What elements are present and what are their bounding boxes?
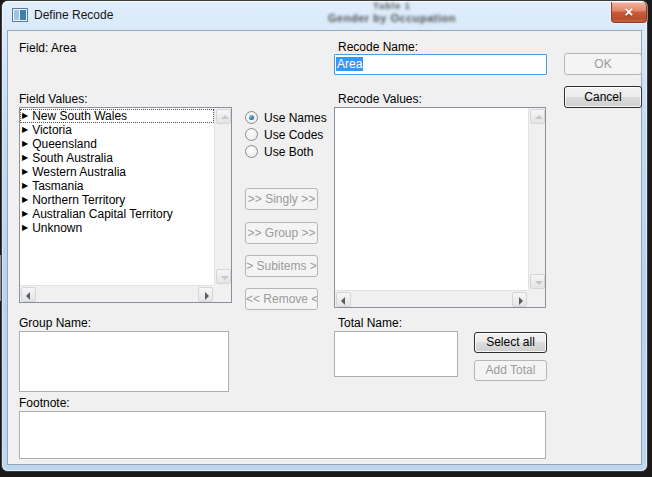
recode-name-label: Recode Name: <box>338 40 418 54</box>
scroll-right-icon[interactable] <box>512 292 527 307</box>
item-marker-icon: ▶ <box>22 109 28 123</box>
recode-name-input[interactable]: Area <box>334 54 547 75</box>
list-item[interactable]: ▶New South Wales <box>20 109 214 123</box>
group-button[interactable]: >> Group >> <box>245 222 318 244</box>
recode-values-listbox[interactable] <box>334 107 546 308</box>
define-recode-dialog: Define Recode Table 1 Gender by Occupati… <box>2 1 647 471</box>
radio-use-codes-icon[interactable] <box>245 128 258 141</box>
scroll-up-icon[interactable] <box>216 109 231 124</box>
radio-use-both-icon[interactable] <box>245 145 258 158</box>
item-marker-icon: ▶ <box>22 123 28 137</box>
scrollbar-corner <box>214 285 231 302</box>
total-name-label: Total Name: <box>338 316 402 330</box>
list-item[interactable]: ▶Victoria <box>20 123 214 137</box>
group-name-input[interactable] <box>19 331 229 392</box>
scroll-down-icon[interactable] <box>530 274 545 289</box>
group-name-label: Group Name: <box>19 316 91 330</box>
field-values-list: ▶New South Wales ▶Victoria ▶Queensland ▶… <box>20 109 214 285</box>
close-button[interactable]: × <box>611 2 647 23</box>
background-window-line2: Gender by Occupation <box>242 11 542 25</box>
singly-button[interactable]: >> Singly >> <box>245 188 318 210</box>
screen: Define Recode Table 1 Gender by Occupati… <box>0 0 652 477</box>
list-item[interactable]: ▶South Australia <box>20 151 214 165</box>
radio-use-names[interactable]: Use Names <box>245 110 327 125</box>
item-marker-icon: ▶ <box>22 221 28 235</box>
dialog-title: Define Recode <box>34 8 113 22</box>
scroll-up-icon[interactable] <box>530 109 545 124</box>
close-icon: × <box>625 3 634 20</box>
item-marker-icon: ▶ <box>22 179 28 193</box>
recode-values-list <box>335 109 528 290</box>
list-item[interactable]: ▶Australian Capital Territory <box>20 207 214 221</box>
list-item[interactable]: ▶Western Australia <box>20 165 214 179</box>
app-icon <box>12 8 28 22</box>
select-all-button[interactable]: Select all <box>474 332 547 353</box>
item-marker-icon: ▶ <box>22 151 28 165</box>
background-window-line1: Table 1 <box>242 1 542 11</box>
subitems-button[interactable]: > Subitems > <box>245 255 318 277</box>
list-item[interactable]: ▶Queensland <box>20 137 214 151</box>
remove-button[interactable]: << Remove << <box>245 288 318 310</box>
field-values-label: Field Values: <box>19 92 87 106</box>
field-label: Field: Area <box>19 41 76 55</box>
radio-use-codes[interactable]: Use Codes <box>245 127 323 142</box>
recode-values-hscrollbar[interactable] <box>335 290 528 307</box>
item-marker-icon: ▶ <box>22 207 28 221</box>
scroll-left-icon[interactable] <box>336 292 351 307</box>
recode-values-vscrollbar[interactable] <box>528 108 545 290</box>
footnote-input[interactable] <box>19 411 546 459</box>
field-values-vscrollbar[interactable] <box>214 108 231 285</box>
dialog-titlebar[interactable]: Define Recode Table 1 Gender by Occupati… <box>2 1 647 30</box>
scrollbar-corner <box>528 290 545 307</box>
recode-values-label: Recode Values: <box>338 92 422 106</box>
list-item[interactable]: ▶Northern Territory <box>20 193 214 207</box>
recode-name-selected-text: Area <box>336 57 363 71</box>
list-item[interactable]: ▶Tasmania <box>20 179 214 193</box>
radio-use-both[interactable]: Use Both <box>245 144 313 159</box>
field-values-hscrollbar[interactable] <box>20 285 214 302</box>
scroll-right-icon[interactable] <box>198 287 213 302</box>
total-name-input[interactable] <box>334 331 458 377</box>
ok-button[interactable]: OK <box>564 53 642 75</box>
dialog-content: Field: Area Recode Name: Area OK Cancel … <box>7 30 642 465</box>
add-total-button[interactable]: Add Total <box>474 360 547 381</box>
item-marker-icon: ▶ <box>22 165 28 179</box>
scroll-down-icon[interactable] <box>216 269 231 284</box>
item-marker-icon: ▶ <box>22 193 28 207</box>
cancel-button[interactable]: Cancel <box>564 86 642 108</box>
item-marker-icon: ▶ <box>22 137 28 151</box>
list-item[interactable]: ▶Unknown <box>20 221 214 235</box>
background-window-title: Table 1 Gender by Occupation <box>242 1 542 25</box>
scroll-left-icon[interactable] <box>21 287 36 302</box>
footnote-label: Footnote: <box>19 396 70 410</box>
field-values-listbox[interactable]: ▶New South Wales ▶Victoria ▶Queensland ▶… <box>19 107 232 303</box>
radio-use-names-icon[interactable] <box>245 111 258 124</box>
